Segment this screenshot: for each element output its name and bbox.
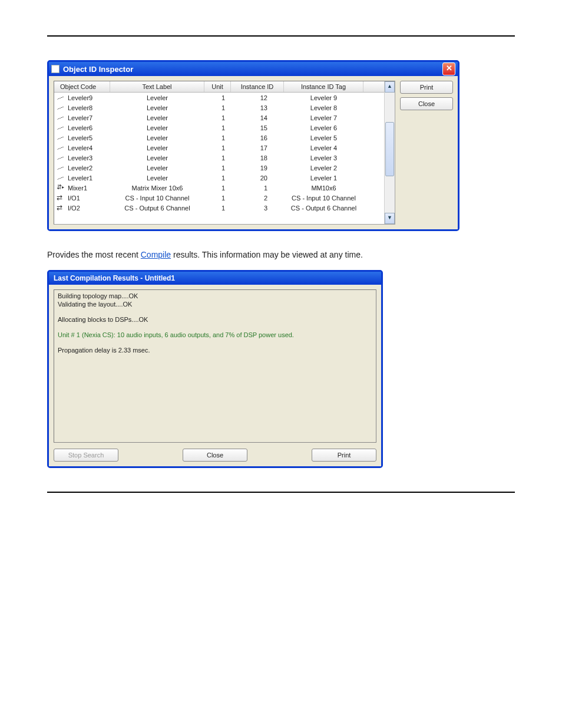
inspector-grid: Object Code Text Label Unit Instance ID … (54, 81, 395, 225)
close-icon[interactable]: ✕ (442, 62, 455, 75)
cell-unit: 1 (204, 104, 231, 111)
desc-before: Provides the most recent (47, 250, 141, 259)
table-row[interactable]: Mixer1Matrix Mixer 10x611MM10x6 (54, 183, 384, 193)
cell-instance-id-tag: Leveler 7 (284, 114, 363, 121)
col-object-code[interactable]: Object Code (54, 81, 110, 92)
cell-instance-id: 12 (231, 94, 284, 101)
cell-instance-id: 3 (231, 205, 284, 212)
col-unit[interactable]: Unit (204, 81, 231, 92)
col-instance-id-tag[interactable]: Instance ID Tag (284, 81, 363, 92)
log-line: Allocating blocks to DSPs....OK (58, 316, 372, 323)
cell-object-code: Mixer1 (68, 185, 87, 192)
cell-object-code: Leveler1 (68, 174, 92, 182)
cell-object-code: Leveler8 (68, 104, 92, 111)
table-row[interactable]: I/O2CS - Output 6 Channel13CS - Output 6… (54, 203, 384, 213)
cell-instance-id-tag: CS - Output 6 Channel (284, 205, 363, 212)
cell-object-code: Leveler6 (68, 124, 92, 131)
curve-icon (57, 144, 66, 151)
compile-link[interactable]: Compile (141, 250, 171, 259)
cell-instance-id-tag: Leveler 3 (284, 154, 363, 162)
log-line-highlight: Unit # 1 (Nexia CS): 10 audio inputs, 6 … (58, 331, 372, 338)
curve-icon (57, 164, 66, 172)
table-row[interactable]: I/O1CS - Input 10 Channel12CS - Input 10… (54, 193, 384, 203)
description-text: Provides the most recent Compile results… (47, 250, 515, 259)
io-icon (57, 195, 66, 202)
cell-text-label: Leveler (110, 114, 204, 121)
cell-object-code: Leveler7 (68, 114, 92, 121)
cell-instance-id: 1 (231, 185, 284, 192)
curve-icon (57, 104, 66, 111)
curve-icon (57, 154, 66, 162)
cell-instance-id-tag: Leveler 1 (284, 174, 363, 182)
close-button[interactable]: Close (183, 449, 247, 462)
cell-instance-id-tag: Leveler 9 (284, 94, 363, 101)
table-row[interactable]: Leveler9Leveler112Leveler 9 (54, 93, 384, 103)
cell-text-label: CS - Output 6 Channel (110, 205, 204, 212)
cell-instance-id: 13 (231, 104, 284, 111)
top-rule (47, 35, 515, 37)
cell-instance-id: 16 (231, 134, 284, 141)
scroll-track[interactable] (385, 93, 395, 213)
col-text-label[interactable]: Text Label (110, 81, 204, 92)
compile-title: Last Compilation Results - Untitled1 (54, 274, 175, 282)
cell-unit: 1 (204, 144, 231, 151)
cell-instance-id: 17 (231, 144, 284, 151)
cell-text-label: Leveler (110, 154, 204, 162)
object-id-inspector-window: Object ID Inspector ✕ Object Code Text L… (47, 60, 459, 231)
stop-search-button: Stop Search (54, 449, 118, 462)
close-button[interactable]: Close (400, 97, 453, 110)
grid-header[interactable]: Object Code Text Label Unit Instance ID … (54, 81, 384, 93)
document-icon (51, 65, 59, 73)
cell-unit: 1 (204, 195, 231, 202)
cell-text-label: Leveler (110, 104, 204, 111)
table-row[interactable]: Leveler7Leveler114Leveler 7 (54, 113, 384, 123)
cell-instance-id: 20 (231, 174, 284, 182)
vertical-scrollbar[interactable]: ▲ ▼ (384, 81, 395, 224)
cell-instance-id: 19 (231, 164, 284, 172)
table-row[interactable]: Leveler5Leveler116Leveler 5 (54, 133, 384, 143)
inspector-title: Object ID Inspector (63, 65, 133, 74)
table-row[interactable]: Leveler8Leveler113Leveler 8 (54, 103, 384, 113)
table-row[interactable]: Leveler6Leveler115Leveler 6 (54, 123, 384, 133)
cell-object-code: I/O2 (68, 205, 80, 212)
col-instance-id[interactable]: Instance ID (231, 81, 284, 92)
cell-instance-id: 2 (231, 195, 284, 202)
cell-text-label: Leveler (110, 134, 204, 141)
table-row[interactable]: Leveler2Leveler119Leveler 2 (54, 163, 384, 173)
scroll-up-icon[interactable]: ▲ (385, 81, 395, 93)
cell-instance-id-tag: CS - Input 10 Channel (284, 195, 363, 202)
cell-instance-id: 18 (231, 154, 284, 162)
cell-instance-id-tag: Leveler 8 (284, 104, 363, 111)
cell-instance-id: 15 (231, 124, 284, 131)
cell-unit: 1 (204, 124, 231, 131)
cell-unit: 1 (204, 154, 231, 162)
scroll-down-icon[interactable]: ▼ (385, 213, 395, 224)
cell-text-label: Leveler (110, 174, 204, 182)
cell-object-code: Leveler2 (68, 164, 92, 172)
cell-text-label: Leveler (110, 164, 204, 172)
cell-unit: 1 (204, 164, 231, 172)
table-row[interactable]: Leveler3Leveler118Leveler 3 (54, 153, 384, 163)
cell-unit: 1 (204, 94, 231, 101)
print-button[interactable]: Print (400, 81, 453, 94)
table-row[interactable]: Leveler1Leveler120Leveler 1 (54, 173, 384, 183)
table-row[interactable]: Leveler4Leveler117Leveler 4 (54, 143, 384, 153)
compile-log: Building topology map....OK Validating t… (54, 289, 376, 443)
cell-instance-id-tag: Leveler 4 (284, 144, 363, 151)
cell-object-code: Leveler9 (68, 94, 92, 101)
cell-object-code: Leveler3 (68, 154, 92, 162)
grid-rows[interactable]: Leveler9Leveler112Leveler 9Leveler8Level… (54, 93, 384, 224)
curve-icon (57, 94, 66, 101)
inspector-titlebar[interactable]: Object ID Inspector ✕ (49, 62, 458, 76)
compile-titlebar[interactable]: Last Compilation Results - Untitled1 (49, 272, 381, 285)
cell-text-label: Leveler (110, 124, 204, 131)
cell-instance-id-tag: Leveler 5 (284, 134, 363, 141)
curve-icon (57, 134, 66, 141)
desc-after: results. This information may be viewed … (171, 250, 363, 259)
bottom-rule (47, 492, 515, 493)
scroll-thumb[interactable] (385, 122, 394, 176)
cell-text-label: Leveler (110, 94, 204, 101)
cell-text-label: Matrix Mixer 10x6 (110, 185, 204, 192)
print-button[interactable]: Print (312, 449, 376, 462)
cell-instance-id: 14 (231, 114, 284, 121)
